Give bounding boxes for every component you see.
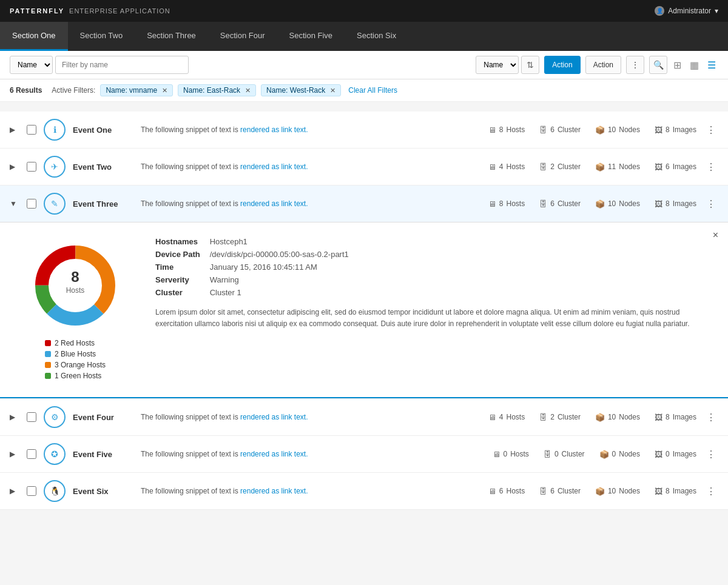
checkbox-one[interactable]: [27, 125, 36, 135]
images-count-four: 8: [666, 413, 670, 421]
device-path-value: /dev/disk/pci-00000.05:00-sas-0.2-part1: [210, 250, 713, 259]
expand-button-two[interactable]: ▶: [10, 162, 19, 171]
nav-section-three[interactable]: Section Three: [135, 22, 208, 51]
legend-label-green: 1 Green Hosts: [55, 372, 101, 380]
images-count-six: 8: [666, 487, 670, 495]
expand-button-one[interactable]: ▶: [10, 125, 19, 134]
event-stats-four: 🖥 4 Hosts 🗄 2 Cluster 📦 10 Nodes 🖼 8: [488, 413, 696, 422]
detail-description: Lorem ipsum dolor sit amet, consectetur …: [155, 307, 713, 330]
user-menu[interactable]: 👤 Administrator ▾: [655, 6, 718, 16]
stat-images-five: 🖼 0 Images: [655, 450, 696, 459]
event-desc-link-five[interactable]: rendered as link text.: [240, 450, 308, 458]
card-view-button[interactable]: ▦: [687, 57, 701, 73]
grid-view-button[interactable]: ⊞: [671, 57, 684, 73]
filter-tag-east-rack-close[interactable]: ✕: [245, 87, 251, 95]
hosts-count-two: 4: [499, 162, 504, 171]
cluster-label-six: Cluster: [558, 487, 581, 495]
nav-section-four[interactable]: Section Four: [208, 22, 277, 51]
close-detail-button[interactable]: ×: [713, 230, 718, 241]
detail-grid: Hostnames Hostceph1 Device Path /dev/dis…: [155, 237, 713, 297]
list-view-button[interactable]: ☰: [705, 57, 718, 73]
event-row-three-main: ▼ ✎ Event Three The following snippet of…: [0, 186, 728, 222]
nodes-label-four: Nodes: [619, 413, 640, 421]
search-button[interactable]: 🔍: [649, 56, 667, 74]
nav-section-six[interactable]: Section Six: [345, 22, 408, 51]
brand: PATTERNFLY ENTERPRISE APPLICATION: [10, 7, 170, 15]
filter-tag-vmname: Name: vmname ✕: [100, 84, 173, 96]
row-actions-five[interactable]: ⋮: [704, 446, 718, 463]
legend-label-blue: 2 Blue Hosts: [55, 350, 96, 358]
stat-cluster-five: 🗄 0 Cluster: [544, 450, 585, 459]
user-avatar-icon: 👤: [655, 6, 664, 16]
filter-tag-vmname-close[interactable]: ✕: [162, 87, 167, 95]
cluster-count-three: 6: [550, 199, 554, 208]
nav-section-two[interactable]: Section Two: [68, 22, 135, 51]
sort-by-select[interactable]: Name: [476, 56, 519, 74]
action-button-2[interactable]: Action: [585, 56, 621, 74]
nodes-icon-one: 📦: [595, 125, 605, 135]
sort-direction-button[interactable]: ⇅: [521, 56, 539, 74]
stat-nodes-two: 📦 11 Nodes: [595, 162, 640, 172]
event-name-five: Event Five: [73, 450, 133, 459]
clear-all-filters-link[interactable]: Clear All Filters: [348, 86, 397, 95]
edit-icon: ✎: [51, 199, 58, 209]
hosts-icon-four: 🖥: [488, 413, 496, 422]
expand-button-four[interactable]: ▶: [10, 413, 19, 421]
hosts-count-four: 4: [499, 413, 504, 421]
row-actions-six[interactable]: ⋮: [704, 483, 718, 500]
filter-input[interactable]: [55, 56, 189, 74]
images-label-four: Images: [673, 413, 696, 421]
event-row-two-main: ▶ ✈ Event Two The following snippet of t…: [0, 149, 728, 185]
hosts-icon-one: 🖥: [488, 125, 496, 135]
event-stats-five: 🖥 0 Hosts 🗄 0 Cluster 📦 0 Nodes 🖼 0: [493, 450, 697, 459]
checkbox-five[interactable]: [27, 449, 36, 459]
event-desc-four: The following snippet of text is rendere…: [141, 413, 481, 421]
filter-by-select[interactable]: Name: [10, 56, 53, 74]
event-icon-five: ✪: [44, 443, 66, 465]
event-desc-link-one[interactable]: rendered as link text.: [240, 125, 308, 134]
images-count-five: 0: [666, 450, 670, 458]
event-row-five: ▶ ✪ Event Five The following snippet of …: [0, 436, 728, 473]
hosts-label-two: Hosts: [507, 162, 525, 171]
action-button-1[interactable]: Action: [544, 56, 580, 74]
checkbox-four[interactable]: [27, 412, 36, 422]
event-desc-link-two[interactable]: rendered as link text.: [240, 162, 308, 171]
row-actions-four[interactable]: ⋮: [704, 409, 718, 426]
filter-tag-west-rack-close[interactable]: ✕: [330, 87, 335, 95]
serverity-label: Serverity: [155, 275, 200, 284]
row-actions-three[interactable]: ⋮: [704, 196, 718, 212]
donut-center-value: 8: [71, 269, 79, 285]
donut-chart-container: 8 Hosts 2 Red Hosts 2 Blue Hosts 3 Orang…: [15, 237, 136, 383]
expand-button-six[interactable]: ▶: [10, 487, 19, 495]
sort-icon: ⇅: [527, 60, 534, 70]
event-desc-link-six[interactable]: rendered as link text.: [240, 487, 308, 495]
nav-section-five[interactable]: Section Five: [277, 22, 345, 51]
images-icon-two: 🖼: [655, 162, 662, 172]
event-row-four: ▶ ⚙ Event Four The following snippet of …: [0, 399, 728, 436]
event-desc-link-three[interactable]: rendered as link text.: [240, 199, 308, 208]
images-count-two: 6: [666, 162, 670, 171]
checkbox-six[interactable]: [27, 486, 36, 496]
cluster-count-six: 6: [550, 487, 554, 495]
event-desc-link-four[interactable]: rendered as link text.: [240, 413, 308, 421]
images-icon-three: 🖼: [655, 199, 662, 209]
star-icon: ✪: [51, 449, 58, 459]
nav-section-one[interactable]: Section One: [0, 22, 68, 51]
cluster-icon-one: 🗄: [539, 125, 547, 135]
event-desc-one: The following snippet of text is rendere…: [141, 125, 481, 134]
cluster-count-four: 2: [550, 413, 554, 421]
filter-tag-east-rack: Name: East-Rack ✕: [178, 84, 256, 96]
row-actions-one[interactable]: ⋮: [704, 122, 718, 138]
top-bar: PATTERNFLY ENTERPRISE APPLICATION 👤 Admi…: [0, 0, 728, 22]
cluster-icon-six: 🗄: [539, 487, 547, 496]
legend-dot-green: [45, 373, 51, 379]
row-actions-two[interactable]: ⋮: [704, 159, 718, 175]
event-row-two: ▶ ✈ Event Two The following snippet of t…: [0, 149, 728, 186]
expand-button-five[interactable]: ▶: [10, 450, 19, 458]
checkbox-two[interactable]: [27, 162, 36, 172]
kebab-menu-button[interactable]: ⋮: [626, 56, 644, 74]
stat-hosts-three: 🖥 8 Hosts: [488, 199, 525, 209]
expand-button-three[interactable]: ▼: [10, 199, 19, 208]
checkbox-three[interactable]: [27, 199, 36, 209]
stat-cluster-two: 🗄 2 Cluster: [539, 162, 581, 172]
